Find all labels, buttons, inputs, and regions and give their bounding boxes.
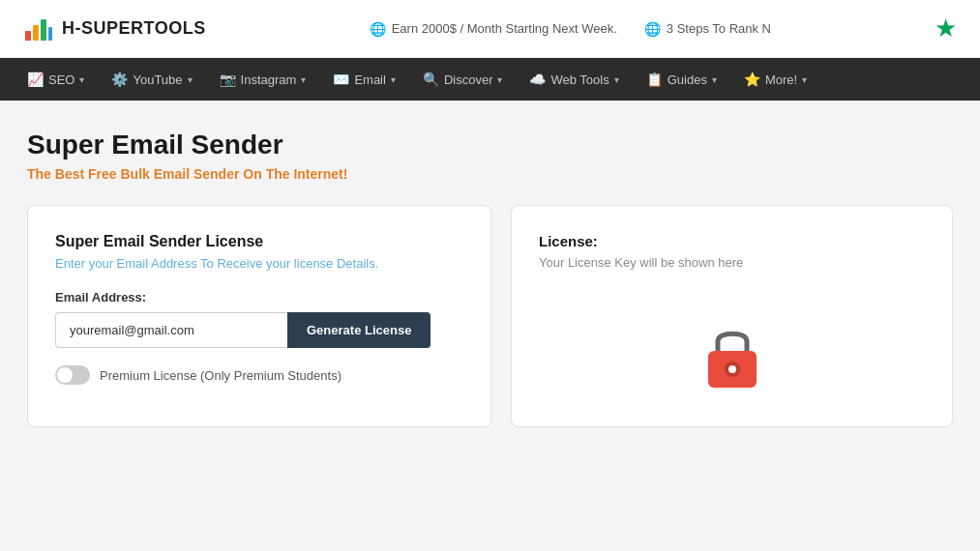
nav-label-instagram: Instagram [241, 72, 297, 87]
globe-icon-1: 🌐 [370, 21, 386, 37]
promo1-link[interactable]: 🌐 Earn 2000$ / Month Starting Next Week. [370, 21, 617, 37]
guides-icon: 📋 [646, 72, 663, 87]
nav-label-discover: Discover [444, 72, 493, 87]
youtube-icon: ⚙️ [111, 72, 128, 87]
toggle-label: Premium License (Only Premium Students) [100, 368, 342, 383]
header-links: 🌐 Earn 2000$ / Month Starting Next Week.… [370, 21, 771, 37]
svg-point-6 [728, 365, 736, 373]
chevron-guides: ▾ [712, 74, 717, 85]
nav-item-email[interactable]: ✉️ Email ▾ [321, 58, 407, 101]
chevron-discover: ▾ [497, 74, 502, 85]
nav-item-webtools[interactable]: ☁️ Web Tools ▾ [518, 58, 630, 101]
nav-item-youtube[interactable]: ⚙️ YouTube ▾ [100, 58, 203, 101]
nav-label-seo: SEO [48, 72, 74, 87]
main-nav: 📈 SEO ▾ ⚙️ YouTube ▾ 📷 Instagram ▾ ✉️ Em… [0, 58, 980, 101]
nav-item-discover[interactable]: 🔍 Discover ▾ [411, 58, 515, 101]
email-label: Email Address: [55, 290, 463, 304]
page-content: Super Email Sender The Best Free Bulk Em… [0, 101, 980, 456]
form-card-desc: Enter your Email Address To Receive your… [55, 256, 463, 271]
page-subtitle: The Best Free Bulk Email Sender On The I… [27, 166, 953, 182]
logo-text: H-SUPERTOOLS [62, 18, 206, 39]
nav-label-webtools: Web Tools [550, 72, 609, 87]
lock-icon [698, 318, 766, 395]
license-card: License: Your License Key will be shown … [511, 205, 953, 427]
nav-label-email: Email [354, 72, 386, 87]
instagram-icon: 📷 [220, 72, 236, 87]
globe-icon-2: 🌐 [644, 21, 661, 37]
nav-label-youtube: YouTube [133, 72, 182, 87]
star-button[interactable]: ★ [935, 14, 957, 44]
svg-rect-3 [48, 27, 52, 41]
discover-icon: 🔍 [423, 72, 439, 87]
logo[interactable]: H-SUPERTOOLS [23, 14, 206, 44]
nav-label-more: More! [765, 72, 797, 87]
nav-item-instagram[interactable]: 📷 Instagram ▾ [208, 58, 318, 101]
email-nav-icon: ✉️ [333, 72, 349, 87]
webtools-icon: ☁️ [529, 72, 546, 87]
chevron-email: ▾ [391, 74, 396, 85]
chevron-webtools: ▾ [614, 74, 619, 85]
toggle-row: Premium License (Only Premium Students) [55, 365, 463, 385]
svg-rect-0 [25, 31, 31, 41]
chevron-more: ▾ [802, 74, 807, 85]
svg-rect-1 [33, 25, 39, 41]
chevron-youtube: ▾ [188, 74, 193, 85]
email-input[interactable] [55, 312, 287, 348]
form-card: Super Email Sender License Enter your Em… [27, 205, 491, 427]
generate-license-button[interactable]: Generate License [287, 312, 431, 348]
license-desc: Your License Key will be shown here [539, 255, 743, 270]
premium-toggle[interactable] [55, 365, 90, 385]
chevron-seo: ▾ [79, 74, 84, 85]
nav-item-more[interactable]: ⭐ More! ▾ [732, 58, 818, 101]
seo-icon: 📈 [27, 72, 44, 87]
promo2-text: 3 Steps To Rank N [667, 21, 771, 36]
license-title: License: [539, 233, 598, 249]
email-row: Generate License [55, 312, 463, 348]
form-card-title: Super Email Sender License [55, 233, 463, 250]
top-header: H-SUPERTOOLS 🌐 Earn 2000$ / Month Starti… [0, 0, 980, 58]
nav-item-guides[interactable]: 📋 Guides ▾ [635, 58, 728, 101]
promo1-text: Earn 2000$ / Month Starting Next Week. [392, 21, 617, 36]
logo-icon [23, 14, 54, 44]
promo2-link[interactable]: 🌐 3 Steps To Rank N [644, 21, 771, 37]
nav-item-seo[interactable]: 📈 SEO ▾ [15, 58, 96, 101]
cards-row: Super Email Sender License Enter your Em… [27, 205, 953, 427]
chevron-instagram: ▾ [301, 74, 306, 85]
lock-container [539, 318, 925, 395]
nav-label-guides: Guides [668, 72, 707, 87]
svg-rect-2 [41, 19, 46, 41]
more-icon: ⭐ [744, 72, 760, 87]
page-title: Super Email Sender [27, 130, 953, 160]
